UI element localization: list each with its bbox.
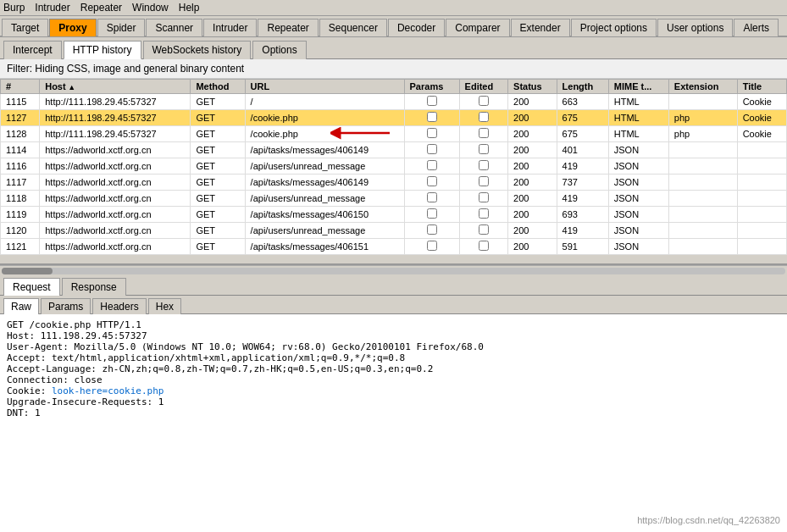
table-row[interactable]: 1127http://111.198.29.45:57327GET/cookie… [1,110,787,126]
cell-6: 200 [508,239,557,255]
watermark: https://blog.csdn.net/qq_42263820 [637,515,780,525]
tab-intruder[interactable]: Intruder [203,19,257,36]
cell-1: https://adworld.xctf.org.cn [40,207,191,223]
cell-1: https://adworld.xctf.org.cn [40,142,191,158]
col-host[interactable]: Host [40,80,191,94]
cell-9: php [668,110,737,126]
menu-intruder[interactable]: Intruder [35,2,69,14]
cell-10 [737,142,786,158]
table-row[interactable]: 1115http://111.198.29.45:57327GET/200663… [1,94,787,110]
tab-raw[interactable]: Raw [3,298,39,314]
col-id[interactable]: # [1,80,40,94]
table-row[interactable]: 1117https://adworld.xctf.org.cnGET/api/t… [1,175,787,191]
table-row[interactable]: 1116https://adworld.xctf.org.cnGET/api/u… [1,158,787,175]
tab-options[interactable]: Options [252,41,306,59]
tab-headers[interactable]: Headers [92,298,146,314]
cell-1: https://adworld.xctf.org.cn [40,158,191,175]
tab-intercept[interactable]: Intercept [3,41,62,59]
params-cell [404,239,459,255]
cell-7: 675 [557,126,608,142]
params-cell [404,126,459,142]
tab-user-options[interactable]: User options [657,19,733,36]
col-status[interactable]: Status [508,80,557,94]
cell-8: JSON [608,142,668,158]
cell-1: http://111.198.29.45:57327 [40,126,191,142]
cell-7: 675 [557,110,608,126]
table-row[interactable]: 1121https://adworld.xctf.org.cnGET/api/t… [1,239,787,255]
edited-cell [459,239,507,255]
tab-target[interactable]: Target [2,19,48,36]
cell-0: 1115 [1,94,40,110]
col-method[interactable]: Method [191,80,245,94]
table-row[interactable]: 1120https://adworld.xctf.org.cnGET/api/u… [1,223,787,239]
tab-decoder[interactable]: Decoder [388,19,445,36]
tab-response[interactable]: Response [62,278,126,296]
params-cell [404,94,459,110]
cell-9 [668,175,737,191]
params-cell [404,142,459,158]
cell-0: 1119 [1,207,40,223]
cell-0: 1128 [1,126,40,142]
tab-alerts[interactable]: Alerts [734,19,779,36]
sub-tab-bar: Intercept HTTP history WebSockets histor… [0,37,787,59]
menu-repeater[interactable]: Repeater [80,2,122,14]
cell-10 [737,175,786,191]
edited-cell [459,191,507,207]
table-row[interactable]: 1118https://adworld.xctf.org.cnGET/api/u… [1,191,787,207]
tab-proxy[interactable]: Proxy [49,19,96,36]
cell-9: php [668,126,737,142]
cell-2: GET [191,223,245,239]
col-title[interactable]: Title [737,80,786,94]
cell-3: /api/users/unread_message [245,223,404,239]
tab-repeater[interactable]: Repeater [258,19,318,36]
cell-3: /api/users/unread_message [245,158,404,175]
cell-1: https://adworld.xctf.org.cn [40,223,191,239]
cell-2: GET [191,191,245,207]
tab-params[interactable]: Params [41,298,91,314]
edited-cell [459,126,507,142]
tab-http-history[interactable]: HTTP history [64,41,141,59]
cell-8: HTML [608,126,668,142]
menu-help[interactable]: Help [179,2,200,14]
tab-request[interactable]: Request [3,278,60,296]
cell-10: Cookie [737,126,786,142]
col-extension[interactable]: Extension [668,80,737,94]
tab-sequencer[interactable]: Sequencer [319,19,387,36]
edited-cell [459,110,507,126]
edited-cell [459,94,507,110]
hscroll-thumb[interactable] [2,268,53,274]
col-url[interactable]: URL [245,80,404,94]
menu-window[interactable]: Window [132,2,169,14]
cell-3: /api/tasks/messages/406149 [245,175,404,191]
menu-burp[interactable]: Burp [3,2,25,14]
cell-6: 200 [508,191,557,207]
tab-websockets-history[interactable]: WebSockets history [143,41,252,59]
col-params[interactable]: Params [404,80,459,94]
tab-project-options[interactable]: Project options [571,19,657,36]
filter-bar: Filter: Hiding CSS, image and general bi… [0,59,787,79]
tab-hex[interactable]: Hex [148,298,181,314]
table-row[interactable]: 1128http://111.198.29.45:57327GET/cookie… [1,126,787,142]
http-history-table: # Host Method URL Params Edited Status L… [0,79,787,255]
table-hscrollbar[interactable] [0,265,787,275]
edited-cell [459,142,507,158]
raw-params-tab-bar: Raw Params Headers Hex [0,296,787,314]
col-length[interactable]: Length [557,80,608,94]
cell-8: JSON [608,175,668,191]
cell-2: GET [191,207,245,223]
col-edited[interactable]: Edited [459,80,507,94]
tab-spider[interactable]: Spider [97,19,146,36]
menu-bar: Burp Intruder Repeater Window Help [0,0,787,16]
col-mime[interactable]: MIME t... [608,80,668,94]
cell-8: HTML [608,110,668,126]
tab-extender[interactable]: Extender [511,19,570,36]
tab-comparer[interactable]: Comparer [446,19,509,36]
cell-0: 1118 [1,191,40,207]
http-history-table-area[interactable]: # Host Method URL Params Edited Status L… [0,79,787,265]
table-row[interactable]: 1114https://adworld.xctf.org.cnGET/api/t… [1,142,787,158]
params-cell [404,223,459,239]
cell-10 [737,239,786,255]
tab-scanner[interactable]: Scanner [146,19,202,36]
table-row[interactable]: 1119https://adworld.xctf.org.cnGET/api/t… [1,207,787,223]
cell-6: 200 [508,175,557,191]
